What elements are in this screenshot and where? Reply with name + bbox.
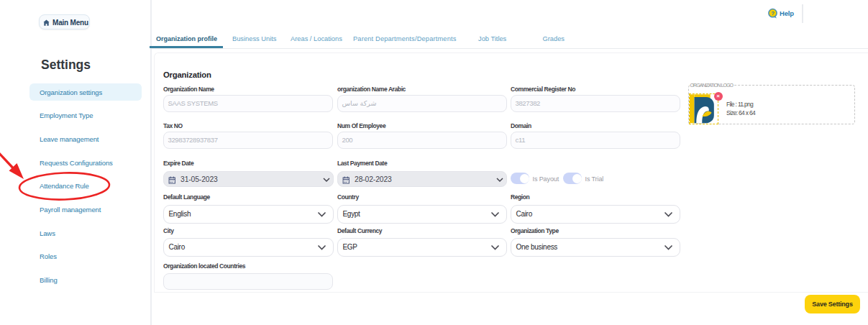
svg-text:?: ?	[771, 10, 775, 17]
